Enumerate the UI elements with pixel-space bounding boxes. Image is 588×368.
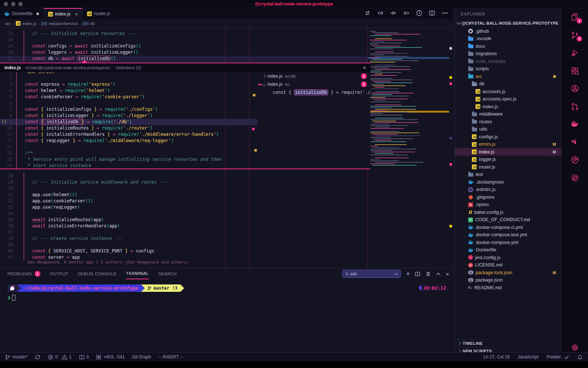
panel-tab-search[interactable]: SEARCH <box>158 268 177 279</box>
code-line-15[interactable]: 15 * Service entry point will manage ini… <box>0 156 257 163</box>
activity-aperture-icon[interactable] <box>570 155 580 165</box>
code-line-35[interactable]: 35 await initializeRoutes(app) <box>0 217 368 223</box>
line-number[interactable]: 26 <box>0 49 13 56</box>
prev-change-icon[interactable] <box>377 10 384 18</box>
code-line-26[interactable]: 26 const loggers = await initializeLogge… <box>0 49 368 56</box>
definition-group-src-db[interactable]: index.jssrc/db1 <box>257 72 370 80</box>
explorer-item-docker-compose.ci.yml[interactable]: docker-compose.ci.yml <box>455 223 561 231</box>
explorer-root-folder[interactable]: @CRYSTAL-BALL-NODE-SERVICE-PROTOTYPE <box>455 19 561 27</box>
split-terminal-icon[interactable] <box>415 271 420 277</box>
line-number[interactable]: 7 <box>0 106 12 113</box>
status-ln-27-col-26[interactable]: Ln 27, Col 26 <box>484 354 510 360</box>
definition-reference-line[interactable]: const { initializeDb } = require('./db') <box>257 88 370 96</box>
explorer-item-src[interactable]: src <box>455 72 561 80</box>
explorer-item-accounts.js[interactable]: JSaccounts.js <box>455 88 561 95</box>
line-number[interactable]: 5 <box>0 94 12 100</box>
code-line-37[interactable]: 37 <box>0 229 368 236</box>
explorer-item-docs[interactable]: docs <box>455 42 561 50</box>
panel-tab-terminal[interactable]: TERMINAL <box>126 268 148 279</box>
explorer-item-migrations[interactable]: migrations <box>455 50 561 58</box>
line-number[interactable]: 16 <box>0 163 12 169</box>
explorer-item-configs.js[interactable]: JSconfigs.js <box>455 133 561 141</box>
line-number[interactable]: 14 <box>0 150 12 156</box>
explorer-item-index.js[interactable]: JSindex.jsM <box>455 148 561 156</box>
line-number[interactable]: 28 <box>0 173 13 179</box>
activity-extensions-icon[interactable] <box>570 66 580 76</box>
line-number[interactable]: 15 <box>0 156 12 163</box>
overview-ruler[interactable] <box>449 28 453 268</box>
definition-group-src[interactable]: index.jssrc1 <box>257 80 370 88</box>
peek-code-pane[interactable]: 1'use strict'23const express = require('… <box>0 72 257 169</box>
next-change-icon[interactable] <box>403 10 410 18</box>
activity-terraform-icon[interactable] <box>570 138 580 147</box>
line-number[interactable]: 34 <box>0 210 13 217</box>
terminal[interactable]: ~/Code/@crystal-ball-node-service-protot… <box>0 279 453 301</box>
close-panel-icon[interactable]: × <box>446 271 449 277</box>
code-line-13[interactable]: 13 <box>0 144 257 150</box>
activity-settings-sync-icon[interactable] <box>570 173 580 183</box>
code-line-12[interactable]: 12const { reqLogger } = require('./middl… <box>0 138 257 144</box>
code-line-5[interactable]: 5const cookieParser = require('cookie-pa… <box>0 94 257 100</box>
code-line-32[interactable]: 32 app.use(cookieParser()) <box>0 198 368 204</box>
code-line-9[interactable]: 9()const { initializeDb } = require('./d… <box>0 119 257 125</box>
explorer-item-code_of_conduct.md[interactable]: ✓CODE_OF_CONDUCT.md <box>455 216 561 224</box>
explorer-item-node_modules[interactable]: node_modules <box>455 57 561 65</box>
explorer-item-package-lock.json[interactable]: {}package-lock.jsonM <box>455 269 561 276</box>
code-line-36[interactable]: 36 await initalizeErrorHandlers(app) <box>0 223 368 229</box>
line-number[interactable]: 35 <box>0 217 13 223</box>
explorer-item-logger.js[interactable]: JSlogger.js <box>455 156 561 163</box>
status-403-541[interactable]: +403, -541 <box>96 354 125 360</box>
status-prettier[interactable]: Prettier: <box>546 354 569 360</box>
code-line-28[interactable]: 28 <box>0 173 368 179</box>
status-master[interactable]: master* <box>5 354 28 360</box>
line-number[interactable]: 10 <box>0 125 12 131</box>
explorer-item-docker-compose.test.yml[interactable]: docker-compose.test.yml <box>455 231 561 239</box>
code-line-23[interactable]: 23 // --- Initialize service resources -… <box>0 31 368 37</box>
explorer-item-middleware[interactable]: middleware <box>455 110 561 118</box>
panel-tab-output[interactable]: OUTPUT <box>50 268 68 279</box>
line-number[interactable]: 32 <box>0 198 13 204</box>
code-lines-top[interactable]: 23 // --- Initialize service resources -… <box>0 31 368 62</box>
line-number[interactable]: 31 <box>0 192 13 198</box>
breadcrumb-item-initializeService[interactable]: [◎]initializeService <box>42 21 78 26</box>
line-number[interactable]: 6 <box>0 100 12 106</box>
status-insert[interactable]: -- INSERT -- <box>158 354 183 360</box>
kill-terminal-icon[interactable] <box>426 271 431 277</box>
line-number[interactable]: 29 <box>0 179 13 185</box>
terminal-input-line[interactable] <box>7 295 453 301</box>
code-line-2[interactable]: 2 <box>0 75 257 81</box>
explorer-item-.eslintrc.js[interactable]: .eslintrc.js <box>455 186 561 194</box>
explorer-item-jest.config.js[interactable]: ·jest.config.js <box>455 254 561 261</box>
line-number[interactable]: 38 <box>0 236 13 242</box>
minimap[interactable] <box>368 28 449 268</box>
maximize-panel-icon[interactable] <box>436 272 441 276</box>
explorer-item-.dockerignore[interactable]: .dockerignore <box>455 178 561 186</box>
explorer-item-routes[interactable]: routes <box>455 118 561 125</box>
explorer-item-errors.js[interactable]: JSerrors.jsM <box>455 141 561 148</box>
code-line-27[interactable]: 27 const db = await initializeDb() <box>0 56 368 62</box>
code-line-6[interactable]: 6 <box>0 100 257 106</box>
line-number[interactable]: 23 <box>0 31 13 37</box>
status-sync[interactable] <box>35 354 40 360</box>
explorer-item-package.json[interactable]: {}package.json <box>455 276 561 284</box>
line-number[interactable]: 4 <box>0 88 12 94</box>
line-number[interactable]: 33 <box>0 204 13 210</box>
tab-dockerfile[interactable]: Dockerfile <box>0 8 44 19</box>
sidebar-section-npm-scripts[interactable]: NPM SCRIPTS <box>455 347 561 352</box>
line-number[interactable]: 3 <box>0 81 12 88</box>
new-terminal-icon[interactable]: + <box>406 270 410 277</box>
code-line-11[interactable]: 11const { initalizeErrorHandlers } = req… <box>0 131 257 138</box>
split-editor-icon[interactable] <box>429 10 435 18</box>
explorer-item-readme.md[interactable]: M↓README.md <box>455 284 561 291</box>
line-number[interactable]: 39 <box>0 242 13 248</box>
line-number[interactable]: 2 <box>0 75 12 81</box>
explorer-item-db[interactable]: db <box>455 80 561 88</box>
tab-router.js[interactable]: JSrouter.js <box>83 8 115 19</box>
explorer-item-accounts.spec.js[interactable]: JSaccounts.spec.js <box>455 95 561 103</box>
activity-source-control-icon[interactable]: 3 <box>570 31 580 40</box>
status-0[interactable]: 01 <box>48 354 71 360</box>
status-3[interactable]: 3 <box>79 354 89 360</box>
history-icon[interactable] <box>416 10 423 18</box>
breadcrumb-item-index.js[interactable]: JSindex.js <box>16 21 36 26</box>
status-bell[interactable] <box>577 354 583 360</box>
